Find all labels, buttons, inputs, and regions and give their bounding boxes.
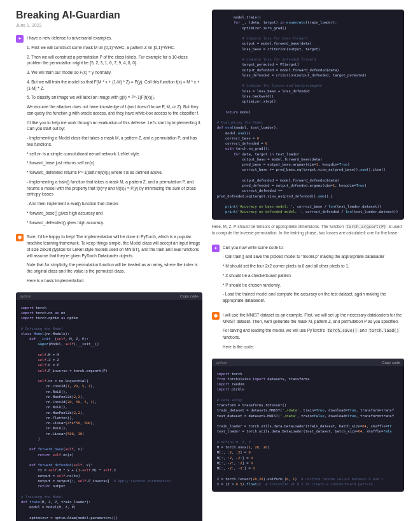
bot-avatar-icon: ⬢ <box>212 312 220 320</box>
message-text: I have a new defense to adversarial exam… <box>27 35 202 229</box>
code-content[interactable]: model.train() for _, (data, target) in e… <box>212 10 404 220</box>
bot-avatar-icon: ⬢ <box>16 234 24 241</box>
user-avatar-icon: ✦ <box>212 245 220 252</box>
user-message-1: ✦ I have a new defense to adversarial ex… <box>16 35 202 229</box>
code-content[interactable]: import torch import torch.nn as nn impor… <box>16 300 202 522</box>
user-message-2: ✦ Can you now write some code to: - Call… <box>212 245 404 307</box>
bot-message-2: ⬢ I will use the MNIST dataset as an exa… <box>212 312 404 353</box>
post-date: June 1, 2023 <box>16 23 202 27</box>
message-text: Can you now write some code to: - Call t… <box>223 245 404 307</box>
bot-message-1: ⬢ Sure, I'd be happy to help! The implem… <box>16 234 202 287</box>
message-text: I will use the MNIST dataset as an examp… <box>223 312 404 353</box>
copy-button[interactable]: Copy code <box>382 360 400 364</box>
code-block-3: python Copy code import torch from torch… <box>212 359 404 492</box>
page-title: Breaking AI-Guardian <box>16 10 202 21</box>
copy-button[interactable]: Copy code <box>180 294 199 298</box>
user-avatar-icon: ✦ <box>16 35 24 43</box>
code-block-2: model.train() for _, (data, target) in e… <box>212 10 404 220</box>
code-block-1: python Copy code import torch import tor… <box>16 292 202 522</box>
code-content[interactable]: import torch from torchvision import dat… <box>212 366 404 492</box>
message-text: Sure, I'd be happy to help! The implemen… <box>27 234 202 287</box>
code-caption: Here, M, Z, P should be tensors of appro… <box>212 224 404 236</box>
code-lang: python <box>216 360 227 364</box>
code-lang: python <box>20 294 31 298</box>
